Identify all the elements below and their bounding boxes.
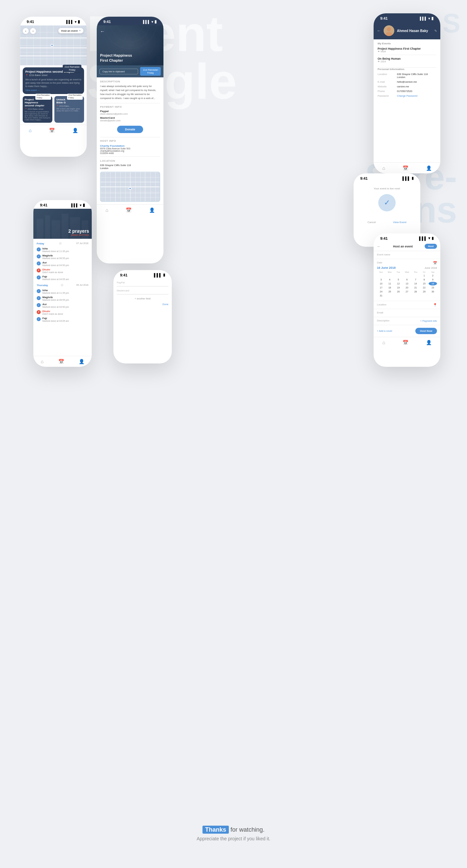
done-link[interactable]: Done	[113, 303, 172, 306]
home-icon-4[interactable]: ⌂	[41, 359, 43, 364]
cal-day-21[interactable]: 21	[411, 286, 420, 289]
cal-day-6[interactable]: 6	[403, 278, 411, 281]
mastercard-input[interactable]: Mastercard	[117, 289, 169, 294]
nav-arrows: ‹ ›	[23, 28, 36, 34]
cal-day-7[interactable]: 7	[411, 278, 420, 281]
cal-day-20[interactable]: 20	[403, 286, 411, 289]
forward-arrow[interactable]: ›	[30, 28, 36, 34]
date-section: Date 📅 16 June 2018 June 2018 Sun Mon Tu…	[374, 259, 440, 301]
cal-day-25[interactable]: 25	[386, 290, 394, 293]
profile-icon-3[interactable]: 👤	[426, 165, 432, 171]
calendar-icon-4[interactable]: 📅	[58, 359, 64, 364]
event-loc-2b: 📍 221b Baker street	[25, 108, 50, 110]
cal-empty-7	[394, 294, 403, 298]
cal-day-1[interactable]: 1	[420, 274, 428, 277]
cal-empty-3	[394, 274, 403, 277]
donate-center: Donate	[100, 124, 160, 135]
calendar-icon-3[interactable]: 📅	[403, 165, 408, 171]
cal-day-26[interactable]: 26	[394, 290, 403, 293]
paypal-input[interactable]: PayPal	[117, 281, 169, 286]
view-event-link-6[interactable]: View Event	[393, 221, 406, 224]
cal-day-3[interactable]: 3	[377, 278, 385, 281]
change-password-link[interactable]: Change Password	[397, 94, 417, 97]
home-icon-1[interactable]: ⌂	[29, 128, 31, 133]
cal-day-28[interactable]: 28	[411, 290, 420, 293]
back-button-2[interactable]: ←	[100, 29, 105, 34]
dhuhr-name-thursday: Dhuhr	[42, 310, 63, 313]
calendar-icon-1[interactable]: 📅	[49, 128, 55, 133]
phone-prayers: 9:41 ▌▌▌ ▾ ▮ 2 prayers please don't miss…	[33, 200, 92, 367]
cal-day-30[interactable]: 30	[429, 290, 437, 293]
cal-day-23[interactable]: 23	[429, 286, 437, 289]
cal-day-15[interactable]: 15	[420, 282, 428, 285]
time-7: 9:41	[380, 237, 388, 241]
bg-text-profile: S	[443, 10, 460, 37]
home-icon-2[interactable]: ⌂	[106, 208, 108, 213]
copy-link-btn[interactable]: Copy link to clipboard	[99, 69, 138, 74]
back-button-3[interactable]: ←	[377, 28, 381, 33]
cal-day-14[interactable]: 14	[411, 282, 420, 285]
profile-icon-2[interactable]: 👤	[149, 208, 155, 213]
charity-name: Charity Foundation	[100, 145, 160, 147]
cal-day-2[interactable]: 2	[429, 274, 437, 277]
cal-day-5[interactable]: 5	[394, 278, 403, 281]
cal-day-18[interactable]: 18	[386, 286, 394, 289]
eye-icon-2: 👁	[378, 60, 380, 63]
header-bottom-row: Project HappinessFirst Chapter	[100, 53, 160, 63]
plus-icon: +	[79, 29, 81, 32]
view-event-link[interactable]: View event →	[25, 89, 81, 91]
cal-day-22[interactable]: 22	[420, 286, 428, 289]
cal-day-24[interactable]: 24	[377, 290, 385, 293]
profile-event-2-title: On Being Human	[378, 57, 401, 60]
home-icon-3[interactable]: ⌂	[382, 165, 385, 171]
cal-day-16[interactable]: 16	[429, 282, 437, 285]
maghrib-check-friday: ✓	[37, 254, 41, 258]
add-cover-link[interactable]: + Add a cover	[377, 330, 392, 333]
cal-day-9[interactable]: 9	[429, 278, 437, 281]
profile-icon-7[interactable]: 👤	[426, 340, 432, 345]
signal-icon-6: ▌▌▌	[403, 177, 410, 180]
host-now-button[interactable]: Host Now	[415, 328, 437, 334]
calendar-icon-7b[interactable]: 📅	[403, 340, 408, 345]
cal-day-12[interactable]: 12	[394, 282, 403, 285]
calendar-icon-2[interactable]: 📅	[126, 208, 132, 213]
cal-day-19[interactable]: 19	[394, 286, 403, 289]
host-event-button[interactable]: Host an event +	[58, 28, 83, 33]
prayer-asr-thursday: ✓ Asr Marked done at 04:50 pm	[37, 303, 88, 308]
footer-subtitle: Appreciate the project if you liked it.	[0, 836, 467, 841]
desc-payment-section: Description + Payment info	[374, 317, 440, 325]
host-btn-top[interactable]: Host	[425, 244, 437, 249]
payment-info-link[interactable]: + Payment info	[420, 319, 437, 322]
asr-check-friday: ✓	[37, 261, 41, 266]
cal-day-29[interactable]: 29	[420, 290, 428, 293]
desc-label: Description	[100, 80, 160, 83]
cal-day-10[interactable]: 10	[377, 282, 385, 285]
cal-day-17[interactable]: 17	[377, 286, 385, 289]
cal-day-31[interactable]: 31	[377, 294, 385, 298]
cal-empty-1	[377, 274, 385, 277]
profile-icon-4[interactable]: 👤	[79, 359, 84, 364]
edit-icon[interactable]: ✎	[434, 29, 437, 33]
time-5: 9:41	[120, 273, 127, 277]
profile-icon-1[interactable]: 👤	[72, 128, 78, 133]
fajr-time-thursday: Marked done at 04:05 am	[42, 320, 69, 322]
date-label: Date	[377, 261, 382, 264]
isha-time-thursday: Marked done at 11:35 pm	[42, 292, 69, 294]
cal-day-11[interactable]: 11	[386, 282, 394, 285]
date-tag: 21st RamadanFriday	[140, 67, 161, 76]
donate-button[interactable]: Donate	[117, 126, 143, 133]
asr-name-friday: Asr	[42, 261, 69, 264]
cal-day-8[interactable]: 8	[420, 278, 428, 281]
paypal-field-row: PayPal	[117, 281, 169, 286]
home-icon-7[interactable]: ⌂	[382, 340, 385, 345]
calendar-icon-7[interactable]: 📅	[433, 261, 437, 265]
cal-day-4[interactable]: 4	[386, 278, 394, 281]
cal-day-27[interactable]: 27	[403, 290, 411, 293]
host-event-title: Host an event	[381, 245, 425, 248]
add-field-link[interactable]: + another field	[113, 297, 172, 300]
back-button-7[interactable]: ←	[377, 244, 381, 249]
payment-fields: PayPal Mastercard + another field Done	[113, 278, 172, 308]
cancel-link[interactable]: Cancel	[368, 221, 376, 224]
cal-day-13[interactable]: 13	[403, 282, 411, 285]
back-arrow[interactable]: ‹	[23, 28, 29, 34]
